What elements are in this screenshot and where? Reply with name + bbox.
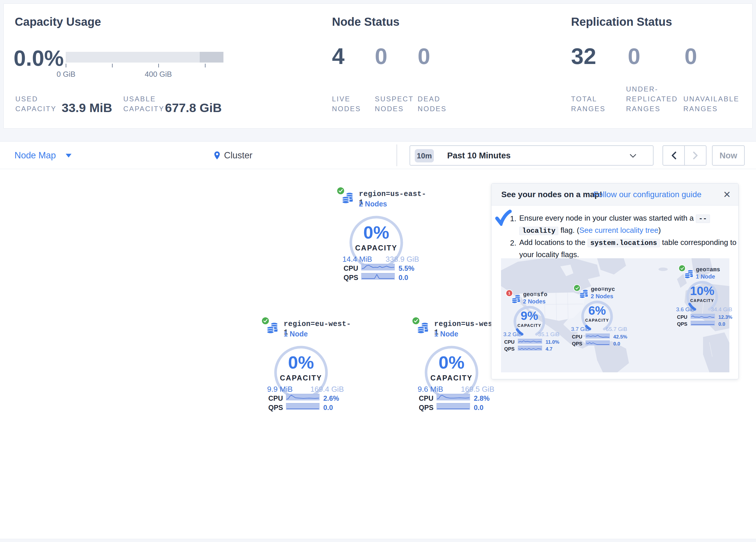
database-stack-icon <box>341 191 354 205</box>
region-card-us-east-1[interactable]: region=us-east-1 2 Nodes 0% CAPACITY 14.… <box>330 185 428 282</box>
total-value: 35.1 GiB <box>535 331 559 338</box>
step2-line2: your locality flags. <box>519 250 579 259</box>
usable-capacity-label: USABLE CAPACITY <box>123 94 164 114</box>
qps-sparkline <box>691 321 715 326</box>
cpu-label: CPU <box>419 394 434 403</box>
step-number: 2. <box>507 238 516 247</box>
qps-label: QPS <box>677 322 687 327</box>
close-icon[interactable]: ✕ <box>723 183 731 205</box>
live-nodes-label: LIVENODES <box>332 94 361 114</box>
cpu-value: 11.0% <box>546 339 559 345</box>
capacity-caption: CAPACITY <box>578 318 616 323</box>
qps-sparkline <box>518 346 542 351</box>
qps-value: 0.0 <box>323 404 333 412</box>
region-node-count: 2 Nodes <box>359 200 387 208</box>
view-selector-dropdown[interactable]: Node Map <box>14 141 71 169</box>
unavailable-label: UNAVAILABLERANGES <box>683 94 740 114</box>
locality-tree-link[interactable]: See current locality tree <box>579 226 658 234</box>
suspect-nodes-label: SUSPECTNODES <box>375 94 414 114</box>
axis-tick-label: 400 GiB <box>138 70 179 79</box>
used-capacity-value: 33.9 MiB <box>62 102 112 114</box>
breadcrumb-label: Cluster <box>224 150 252 161</box>
database-stack-icon <box>416 321 430 335</box>
time-forward-button[interactable] <box>685 146 706 165</box>
under-replicated-label: UNDER-REPLICATEDRANGES <box>626 84 678 114</box>
configuration-guide-link[interactable]: Follow our configuration guide <box>593 183 702 205</box>
capacity-percent: 0% <box>423 354 480 372</box>
cpu-value: 12.3% <box>718 315 732 320</box>
capacity-percent: 6% <box>578 305 616 317</box>
step-number: 1. <box>507 214 516 223</box>
axis-tick <box>205 64 205 67</box>
qps-label: QPS <box>344 274 358 282</box>
used-value: 3.7 GiB <box>571 326 589 333</box>
cpu-sparkline <box>691 314 715 319</box>
geo-card-ams[interactable]: geo=ams 1 Node 10% CAPACITY 3.6 GiB 34.4… <box>676 262 754 329</box>
overview-toolbar: Node Map Cluster 10m Past 10 Minutes <box>0 141 756 169</box>
capacity-unusable-segment <box>200 52 223 63</box>
step1-line1: Ensure every node in your cluster was st… <box>519 214 710 223</box>
used-value: 3.2 GiB <box>503 331 522 338</box>
breadcrumb[interactable]: Cluster <box>214 141 252 169</box>
region-node-count: 1 Node <box>284 330 308 338</box>
axis-tick <box>66 64 66 67</box>
capacity-caption: CAPACITY <box>347 244 405 252</box>
qps-value: 0.0 <box>399 274 408 282</box>
cpu-label: CPU <box>572 334 582 340</box>
axis-tick <box>158 64 159 67</box>
node-status-title: Node Status <box>332 15 399 28</box>
used-value: 14.4 MiB <box>342 255 372 264</box>
capacity-caption: CAPACITY <box>423 374 480 382</box>
time-range-selector[interactable]: 10m Past 10 Minutes <box>410 145 654 166</box>
capacity-usage-title: Capacity Usage <box>15 15 101 28</box>
geo-name: geo=ams <box>696 266 720 273</box>
region-card-us-west-1[interactable]: region=us-west-1 1 Node 0% CAPACITY 9.6 … <box>405 315 504 412</box>
geo-card-nyc[interactable]: geo=nyc 2 Nodes 6% CAPACITY 3.7 GiB 65.7… <box>571 282 649 349</box>
unavailable-count: 0 <box>685 45 697 67</box>
region-node-count: 1 Node <box>434 330 458 338</box>
time-back-button[interactable] <box>663 146 685 165</box>
location-pin-icon <box>214 151 221 160</box>
qps-value: 0.0 <box>613 341 620 347</box>
time-range-badge: 10m <box>415 149 434 162</box>
cpu-sparkline <box>286 394 320 401</box>
used-capacity-label: USED CAPACITY <box>15 94 56 114</box>
geo-name: geo=sfo <box>523 291 547 298</box>
chevron-down-icon <box>630 154 636 158</box>
total-value: 338.9 GiB <box>382 255 419 264</box>
database-stack-icon <box>266 321 279 335</box>
node-map-page: Capacity Usage 0.0% 0 GiB 400 GiB USED C… <box>0 0 756 542</box>
chevron-down-icon <box>66 154 71 157</box>
total-value: 65.7 GiB <box>602 326 627 333</box>
chevron-right-icon <box>692 151 699 159</box>
qps-value: 0.0 <box>474 404 483 412</box>
now-button[interactable]: Now <box>712 145 745 166</box>
total-value: 34.4 GiB <box>707 306 732 313</box>
dead-nodes-count: 0 <box>418 45 430 67</box>
cpu-sparkline <box>586 334 610 339</box>
total-value: 169.5 GiB <box>457 385 494 394</box>
total-ranges-count: 32 <box>571 45 596 67</box>
step2-line1: Add locations to the system.locations ta… <box>519 238 737 247</box>
node-map-config-popup: See your nodes on a map! Follow our conf… <box>491 183 739 379</box>
cluster-summary-panel: Capacity Usage 0.0% 0 GiB 400 GiB USED C… <box>3 3 753 128</box>
qps-sparkline <box>361 273 395 280</box>
view-selector-label: Node Map <box>14 150 56 161</box>
capacity-caption: CAPACITY <box>511 323 548 328</box>
region-card-eu-west-1[interactable]: region=eu-west-1 1 Node 0% CAPACITY 9.9 … <box>255 315 353 412</box>
chevron-left-icon <box>671 151 677 159</box>
capacity-usage-bar <box>66 52 223 63</box>
qps-sparkline <box>286 403 320 410</box>
capacity-percent: 0% <box>272 354 330 372</box>
axis-tick <box>112 64 113 67</box>
capacity-percent: 10% <box>683 285 721 297</box>
usable-capacity-value: 677.8 GiB <box>165 102 222 114</box>
used-value: 9.6 MiB <box>418 385 443 394</box>
system-locations-code: system.locations <box>588 239 660 247</box>
capacity-caption: CAPACITY <box>683 298 721 303</box>
live-nodes-count: 4 <box>332 45 344 67</box>
cpu-label: CPU <box>344 264 358 273</box>
qps-label: QPS <box>504 346 515 352</box>
cpu-sparkline <box>436 394 470 401</box>
geo-card-sfo[interactable]: 1 geo=sfo 2 Nodes 9% CAPACITY 3.2 GiB 35… <box>503 287 581 354</box>
